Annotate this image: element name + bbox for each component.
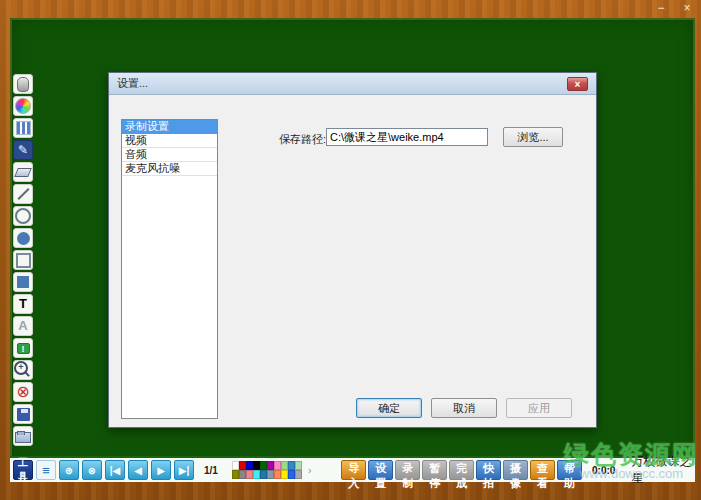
browse-button[interactable]: 浏览... [503, 127, 563, 147]
text-icon[interactable]: T [13, 294, 33, 314]
folder-icon[interactable] [13, 426, 33, 446]
dialog-close-button[interactable]: × [567, 77, 588, 91]
close-page-button[interactable]: ⊗ [82, 460, 102, 480]
window-close-button[interactable]: × [679, 2, 695, 16]
dialog-titlebar[interactable]: 设置... × [109, 73, 596, 95]
settings-button[interactable]: 设置 [368, 460, 393, 480]
action-button-group: 导入设置录制暂停完成快拍摄像查看帮助 [341, 460, 582, 480]
tools-button[interactable]: 工具 [13, 460, 33, 480]
clear-icon[interactable]: ⊗ [13, 382, 33, 402]
color-swatch[interactable] [239, 461, 246, 470]
add-page-button[interactable]: ⊕ [59, 460, 79, 480]
save-path-label: 保存路径: [279, 132, 326, 147]
bottom-toolbar: 工具≡⊕⊗|◀◀▶▶| 1/1 › 导入设置录制暂停完成快拍摄像查看帮助 0:0… [10, 456, 695, 482]
last-page-button[interactable]: ▶| [174, 460, 194, 480]
color-swatch[interactable] [253, 461, 260, 470]
tool-glyph: A [18, 320, 27, 332]
nav-button-group: 工具≡⊕⊗|◀◀▶▶| [13, 460, 194, 480]
tool-glyph: ⊗ [16, 384, 29, 400]
color-swatch[interactable] [274, 461, 281, 470]
board-icon[interactable]: ! [13, 338, 33, 358]
pause-button[interactable]: 暂停 [422, 460, 447, 480]
settings-category-list: 录制设置视频音频麦克风抗噪 [121, 119, 218, 419]
color-palette [232, 461, 302, 479]
settings-category-item[interactable]: 视频 [122, 134, 217, 148]
columns-icon[interactable] [13, 118, 33, 138]
dialog-footer: 确定 取消 应用 [356, 398, 572, 418]
record-button[interactable]: 录制 [395, 460, 420, 480]
color-swatch[interactable] [253, 470, 260, 479]
tool-glyph: ✎ [18, 144, 28, 156]
circle-filled-icon[interactable] [13, 228, 33, 248]
dialog-body: 录制设置视频音频麦克风抗噪 保存路径: 浏览... 确定 取消 应用 [109, 95, 596, 428]
import-button[interactable]: 导入 [341, 460, 366, 480]
app-window: − × ✎ [0, 0, 701, 500]
square-filled-icon[interactable] [13, 272, 33, 292]
tool-glyph: ! [17, 343, 30, 354]
color-swatch[interactable] [288, 461, 295, 470]
prev-page-button[interactable]: ◀ [128, 460, 148, 480]
page-indicator: 1/1 [204, 465, 218, 476]
recording-timer: 0:0:0 [592, 465, 615, 476]
color-swatch[interactable] [246, 470, 253, 479]
zoom-in-icon[interactable] [13, 360, 33, 380]
color-swatch[interactable] [260, 470, 267, 479]
settings-category-item[interactable]: 麦克风抗噪 [122, 162, 217, 176]
save-path-input[interactable] [326, 128, 488, 146]
color-swatch[interactable] [239, 470, 246, 479]
settings-category-item[interactable]: 录制设置 [122, 120, 217, 134]
color-swatch[interactable] [281, 461, 288, 470]
finish-button[interactable]: 完成 [449, 460, 474, 480]
palette-more-button[interactable]: › [308, 465, 311, 476]
color-swatch[interactable] [260, 461, 267, 470]
pen-icon[interactable]: ✎ [13, 140, 33, 160]
help-button[interactable]: 帮助 [557, 460, 582, 480]
settings-category-item[interactable]: 音频 [122, 148, 217, 162]
dialog-title: 设置... [117, 76, 148, 91]
color-swatch[interactable] [232, 470, 239, 479]
first-page-button[interactable]: |◀ [105, 460, 125, 480]
square-outline-icon[interactable] [13, 250, 33, 270]
eraser-icon[interactable] [13, 162, 33, 182]
color-swatch[interactable] [267, 461, 274, 470]
color-swatch[interactable] [281, 470, 288, 479]
color-swatch[interactable] [274, 470, 281, 479]
color-swatch[interactable] [288, 470, 295, 479]
numbered-list-button[interactable]: ≡ [36, 460, 56, 480]
apply-button[interactable]: 应用 [506, 398, 572, 418]
app-name: 万校微课之星 [631, 453, 692, 487]
color-swatch[interactable] [295, 470, 302, 479]
settings-dialog: 设置... × 录制设置视频音频麦克风抗噪 保存路径: 浏览... 确定 取消 … [108, 72, 597, 428]
color-swatch[interactable] [232, 461, 239, 470]
left-toolbar: ✎ T A ! [13, 74, 33, 446]
line-icon[interactable] [13, 184, 33, 204]
color-wheel-icon[interactable] [13, 96, 33, 116]
color-swatch[interactable] [246, 461, 253, 470]
font-icon[interactable]: A [13, 316, 33, 336]
mouse-icon[interactable] [13, 74, 33, 94]
minimize-button[interactable]: − [653, 2, 669, 16]
circle-outline-icon[interactable] [13, 206, 33, 226]
save-icon[interactable] [13, 404, 33, 424]
color-swatch[interactable] [295, 461, 302, 470]
camera-button[interactable]: 摄像 [503, 460, 528, 480]
ok-button[interactable]: 确定 [356, 398, 422, 418]
view-button[interactable]: 查看 [530, 460, 555, 480]
next-page-button[interactable]: ▶ [151, 460, 171, 480]
color-swatch[interactable] [267, 470, 274, 479]
tool-glyph: T [19, 298, 27, 310]
cancel-button[interactable]: 取消 [431, 398, 497, 418]
window-controls: − × [653, 2, 695, 16]
snapshot-button[interactable]: 快拍 [476, 460, 501, 480]
